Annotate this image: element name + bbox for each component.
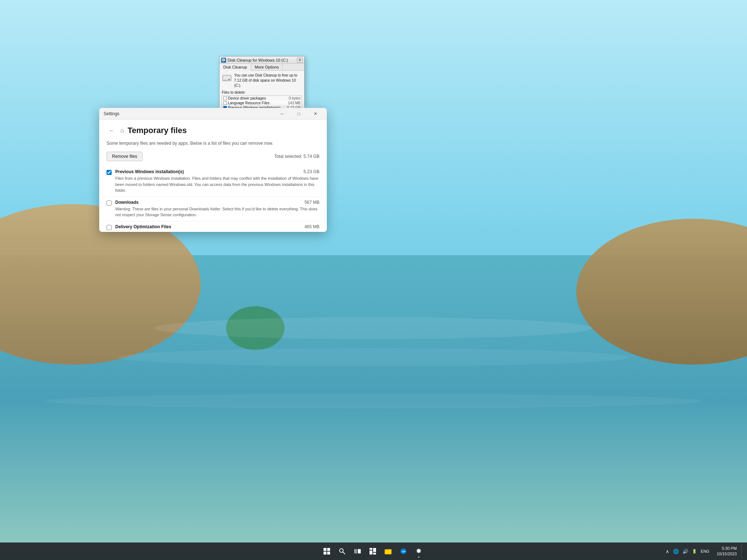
svg-point-4 — [226, 306, 285, 350]
disk-cleanup-title-text: Disk Cleanup for Windows 10 (C:) — [228, 58, 288, 62]
settings-taskbar-button[interactable] — [411, 544, 426, 559]
taskbar-time: 5:30 PM — [717, 546, 737, 551]
settings-page-title: Temporary files — [128, 126, 187, 135]
taskbar-active-dot — [418, 556, 419, 558]
start-icon — [323, 548, 330, 555]
settings-window: Settings ─ □ ✕ ← ⌂ Temporary files Some … — [99, 108, 327, 232]
file-name-row-previous-windows: Previous Windows installation(s) 5.23 GB — [115, 169, 320, 174]
file-info-delivery-optimization: Delivery Optimization Files 465 MB Deliv… — [115, 224, 320, 232]
svg-point-7 — [45, 394, 702, 408]
widgets-button[interactable] — [365, 544, 380, 559]
settings-back-button[interactable]: ← — [107, 125, 117, 136]
svg-rect-18 — [354, 549, 357, 553]
disk-cleanup-close-button[interactable]: ✕ — [297, 58, 303, 63]
file-desc-delivery-optimization: Delivery Optimization files are files th… — [115, 230, 320, 232]
drive-icon — [222, 73, 232, 83]
dc-file-size-2: 143 MB — [286, 101, 301, 105]
settings-maximize-button[interactable]: □ — [290, 108, 307, 120]
disk-cleanup-tab1[interactable]: Disk Cleanup — [220, 64, 251, 71]
settings-title-left: Settings — [104, 111, 119, 116]
svg-rect-12 — [324, 548, 326, 551]
file-name-row-delivery-optimization: Delivery Optimization Files 465 MB — [115, 224, 320, 229]
network-icon[interactable]: 🌐 — [671, 548, 680, 555]
remove-files-row: Remove files Total selected: 5.74 GB — [107, 152, 320, 161]
file-item-delivery-optimization: Delivery Optimization Files 465 MB Deliv… — [107, 221, 320, 232]
disk-cleanup-info-text: You can use Disk Cleanup to free up to 7… — [234, 73, 302, 88]
svg-rect-19 — [358, 549, 361, 553]
show-desktop-button[interactable] — [741, 544, 744, 559]
settings-window-controls: ─ □ ✕ — [274, 108, 324, 120]
task-view-button[interactable] — [350, 544, 365, 559]
taskbar-right: ∧ 🌐 🔊 🔋 ENG 5:30 PM 10/15/2023 — [426, 544, 747, 559]
file-size-previous-windows: 5.23 GB — [303, 169, 320, 174]
disk-cleanup-title-left: 💿 Disk Cleanup for Windows 10 (C:) — [221, 58, 288, 63]
settings-content: ← ⌂ Temporary files Some temporary files… — [99, 120, 327, 232]
file-name-row-downloads: Downloads 567 MB — [115, 200, 320, 205]
dc-file-row-1[interactable]: Device driver packages 0 bytes — [222, 96, 302, 101]
disk-cleanup-files-label: Files to delete: — [222, 90, 302, 94]
taskbar: ∧ 🌐 🔊 🔋 ENG 5:30 PM 10/15/2023 — [0, 542, 747, 560]
dc-checkbox-1[interactable] — [223, 97, 227, 100]
edge-button[interactable] — [396, 544, 411, 559]
svg-rect-11 — [223, 80, 226, 81]
system-tray: ∧ 🌐 🔊 🔋 ENG — [663, 548, 712, 555]
disk-cleanup-window: 💿 Disk Cleanup for Windows 10 (C:) ✕ Dis… — [219, 56, 305, 106]
file-name-downloads: Downloads — [115, 200, 139, 205]
file-desc-downloads: Warning: These are files in your persona… — [115, 206, 320, 218]
taskbar-date: 10/15/2023 — [717, 551, 737, 557]
disk-cleanup-icon: 💿 — [221, 58, 226, 63]
total-selected-label: Total selected: — [274, 154, 302, 159]
disk-cleanup-titlebar: 💿 Disk Cleanup for Windows 10 (C:) ✕ — [220, 57, 304, 64]
remove-files-button[interactable]: Remove files — [107, 152, 143, 161]
file-info-previous-windows: Previous Windows installation(s) 5.23 GB… — [115, 169, 320, 194]
svg-rect-0 — [0, 0, 747, 542]
file-name-previous-windows: Previous Windows installation(s) — [115, 169, 184, 174]
file-item-downloads: Downloads 567 MB Warning: These are file… — [107, 197, 320, 221]
file-name-delivery-optimization: Delivery Optimization Files — [115, 224, 171, 229]
svg-rect-23 — [373, 553, 376, 555]
settings-minimize-button[interactable]: ─ — [274, 108, 290, 120]
task-view-icon — [354, 548, 361, 555]
search-icon — [338, 548, 346, 555]
file-explorer-icon — [384, 548, 392, 555]
settings-title-text: Settings — [104, 111, 119, 116]
chevron-up-icon[interactable]: ∧ — [664, 548, 671, 555]
file-checkbox-previous-windows[interactable] — [107, 170, 112, 175]
volume-icon[interactable]: 🔊 — [681, 548, 690, 555]
disk-cleanup-tab2[interactable]: More Options — [251, 64, 283, 70]
svg-rect-1 — [0, 255, 747, 542]
svg-rect-15 — [327, 552, 330, 555]
settings-close-button[interactable]: ✕ — [307, 108, 324, 120]
svg-rect-13 — [327, 548, 330, 551]
settings-header: ← ⌂ Temporary files — [107, 125, 320, 136]
svg-point-5 — [155, 317, 592, 339]
dc-file-row-2[interactable]: Language Resource Files 143 MB — [222, 101, 302, 105]
file-desc-previous-windows: Files from a previous Windows installati… — [115, 175, 320, 194]
svg-point-3 — [576, 219, 747, 365]
search-button[interactable] — [335, 544, 349, 559]
dc-file-size-1: 0 bytes — [286, 96, 301, 100]
dc-file-name-2: Language Resource Files — [228, 101, 285, 105]
file-item-previous-windows: Previous Windows installation(s) 5.23 GB… — [107, 166, 320, 197]
taskbar-clock[interactable]: 5:30 PM 10/15/2023 — [714, 546, 740, 557]
edge-icon — [400, 548, 407, 555]
taskbar-center — [320, 544, 426, 559]
file-checkbox-delivery-optimization[interactable] — [107, 225, 112, 230]
file-explorer-button[interactable] — [381, 544, 395, 559]
dc-checkbox-2[interactable] — [223, 101, 227, 105]
svg-rect-24 — [385, 549, 391, 554]
widgets-icon — [369, 548, 376, 555]
battery-icon[interactable]: 🔋 — [690, 548, 698, 555]
settings-titlebar: Settings ─ □ ✕ — [99, 108, 327, 120]
file-checkbox-downloads[interactable] — [107, 201, 112, 206]
svg-rect-14 — [324, 552, 326, 555]
svg-rect-22 — [373, 548, 376, 552]
disk-cleanup-info-row: You can use Disk Cleanup to free up to 7… — [222, 73, 302, 88]
file-info-downloads: Downloads 567 MB Warning: These are file… — [115, 200, 320, 218]
file-size-delivery-optimization: 465 MB — [305, 224, 320, 229]
total-selected-value: 5.74 GB — [303, 154, 320, 159]
svg-rect-20 — [369, 548, 372, 550]
language-text[interactable]: ENG — [699, 548, 711, 554]
settings-home-icon[interactable]: ⌂ — [120, 127, 124, 134]
start-button[interactable] — [320, 544, 334, 559]
